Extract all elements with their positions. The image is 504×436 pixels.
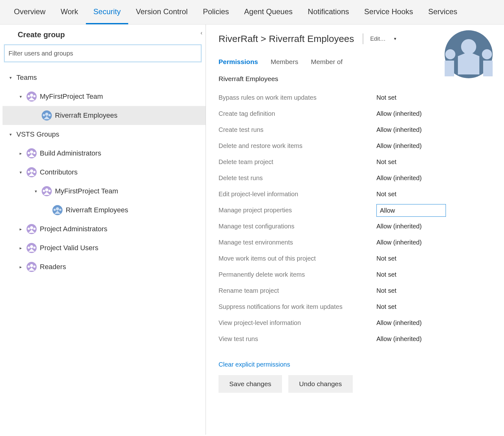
- permission-row: Delete test runsAllow (inherited): [219, 170, 493, 186]
- tree-node-myfirstproject-team[interactable]: ▾ MyFirstProject Team: [3, 87, 206, 106]
- tree-node-contributors-myfirstproject[interactable]: ▾ MyFirstProject Team: [3, 182, 206, 201]
- svg-point-19: [49, 190, 51, 192]
- permission-label: Manage test environments: [219, 239, 376, 246]
- permission-label: Manage project properties: [219, 207, 376, 214]
- group-icon: [27, 91, 37, 102]
- tab-services[interactable]: Services: [421, 0, 465, 24]
- permission-value[interactable]: Allow (inherited): [376, 174, 422, 182]
- tree-label: MyFirstProject Team: [55, 187, 118, 195]
- tree-label: MyFirstProject Team: [40, 92, 103, 101]
- svg-point-40: [482, 49, 492, 59]
- svg-point-9: [30, 150, 33, 154]
- permission-value[interactable]: Not set: [376, 191, 396, 198]
- left-panel: ‹ Create group ▾ Teams ▾ MyFirstProject …: [0, 25, 206, 435]
- tree-label: VSTS Groups: [16, 130, 59, 138]
- tab-agent-queues[interactable]: Agent Queues: [237, 0, 300, 24]
- tree-node-project-administrators[interactable]: ▸ Project Administrators: [3, 220, 206, 239]
- svg-point-33: [30, 264, 33, 267]
- svg-point-25: [30, 226, 33, 229]
- group-icon: [27, 262, 37, 272]
- tab-security[interactable]: Security: [86, 0, 129, 24]
- tree-node-contributors[interactable]: ▾ Contributors: [3, 163, 206, 182]
- permission-value[interactable]: Allow (inherited): [376, 335, 422, 343]
- tab-work[interactable]: Work: [53, 0, 86, 24]
- permission-value[interactable]: Not set: [376, 94, 396, 101]
- chevron-right-icon: ▸: [18, 245, 23, 250]
- chevron-down-icon: ▾: [8, 132, 13, 137]
- permission-value[interactable]: Allow (inherited): [376, 110, 422, 117]
- svg-point-3: [33, 95, 36, 97]
- permission-value[interactable]: Not set: [376, 271, 396, 278]
- svg-point-1: [30, 94, 33, 97]
- permission-row: Manage test environmentsAllow (inherited…: [219, 234, 493, 250]
- permission-row: Rename team projectNot set: [219, 283, 493, 299]
- collapse-panel-icon[interactable]: ‹: [199, 28, 204, 38]
- permission-value-select[interactable]: Allow: [376, 204, 446, 217]
- tree-node-teams[interactable]: ▾ Teams: [3, 68, 206, 87]
- permission-row: Delete team projectNot set: [219, 154, 493, 170]
- breadcrumb: RiverRaft > Riverraft Employees: [219, 33, 354, 44]
- clear-explicit-permissions-link[interactable]: Clear explicit permissions: [219, 361, 290, 368]
- undo-changes-button[interactable]: Undo changes: [288, 375, 352, 393]
- permission-value[interactable]: Not set: [376, 255, 396, 262]
- create-group-header[interactable]: Create group: [0, 25, 206, 45]
- svg-point-29: [30, 245, 33, 248]
- tree-node-riverraft-employees[interactable]: ▾ Riverraft Employees: [3, 106, 206, 125]
- permission-label: Manage test configurations: [219, 223, 376, 230]
- permission-value[interactable]: Allow (inherited): [376, 319, 422, 327]
- chevron-down-icon: ▾: [33, 189, 39, 194]
- tree-label: Teams: [16, 74, 37, 82]
- svg-point-21: [56, 207, 59, 210]
- tab-overview[interactable]: Overview: [6, 0, 53, 24]
- svg-point-5: [45, 113, 48, 116]
- chevron-down-icon: ▾: [8, 75, 13, 80]
- permission-label: Delete test runs: [219, 174, 376, 182]
- permission-value[interactable]: Allow (inherited): [376, 126, 422, 133]
- tree-node-project-valid-users[interactable]: ▸ Project Valid Users: [3, 239, 206, 257]
- tab-service-hooks[interactable]: Service Hooks: [357, 0, 421, 24]
- filter-users-groups-input[interactable]: [4, 45, 201, 62]
- tab-version-control[interactable]: Version Control: [128, 0, 195, 24]
- permission-value[interactable]: Not set: [376, 287, 396, 294]
- permission-value[interactable]: Not set: [376, 303, 396, 310]
- permission-value[interactable]: Allow (inherited): [376, 223, 422, 230]
- permission-label: Edit project-level information: [219, 191, 376, 198]
- svg-point-34: [28, 266, 30, 268]
- permissions-list: Bypass rules on work item updatesNot set…: [219, 90, 493, 347]
- permission-value[interactable]: Allow (inherited): [376, 142, 422, 150]
- tree-node-vsts-groups[interactable]: ▾ VSTS Groups: [3, 125, 206, 144]
- subtab-member-of[interactable]: Member of: [311, 58, 342, 66]
- group-icon: [42, 186, 52, 196]
- tree-node-contributors-riverraft[interactable]: ▾ Riverraft Employees: [3, 201, 206, 220]
- group-icon: [42, 110, 52, 121]
- svg-rect-41: [445, 61, 454, 76]
- svg-point-27: [33, 228, 36, 230]
- chevron-down-icon: ▼: [393, 37, 397, 41]
- permission-row: Create tag definitionAllow (inherited): [219, 106, 493, 122]
- edit-dropdown-label: Edit…: [370, 36, 386, 42]
- save-changes-button[interactable]: Save changes: [219, 375, 282, 393]
- edit-dropdown[interactable]: Edit… ▼: [363, 33, 397, 44]
- permission-row: Manage test configurationsAllow (inherit…: [219, 218, 493, 234]
- permission-value[interactable]: Allow (inherited): [376, 239, 422, 246]
- right-panel: RiverRaft > Riverraft Employees Edit… ▼ …: [206, 25, 504, 435]
- tree-node-build-administrators[interactable]: ▸ Build Administrators: [3, 144, 206, 163]
- permission-label: Delete team project: [219, 158, 376, 166]
- chevron-right-icon: ▸: [18, 227, 23, 232]
- subtab-permissions[interactable]: Permissions: [219, 58, 258, 66]
- svg-point-13: [30, 169, 33, 173]
- svg-point-10: [28, 152, 30, 154]
- permission-label: Create tag definition: [219, 110, 376, 117]
- group-icon: [27, 167, 37, 177]
- tab-policies[interactable]: Policies: [195, 0, 237, 24]
- tab-notifications[interactable]: Notifications: [300, 0, 357, 24]
- permission-row: Create test runsAllow (inherited): [219, 122, 493, 138]
- svg-point-23: [59, 209, 62, 211]
- svg-point-35: [33, 266, 36, 268]
- subtab-members[interactable]: Members: [271, 58, 298, 66]
- tree-label: Riverraft Employees: [55, 111, 117, 120]
- tree-node-readers[interactable]: ▸ Readers: [3, 257, 206, 276]
- permission-row: Bypass rules on work item updatesNot set: [219, 90, 493, 106]
- permission-value[interactable]: Not set: [376, 158, 396, 166]
- svg-point-15: [33, 171, 36, 173]
